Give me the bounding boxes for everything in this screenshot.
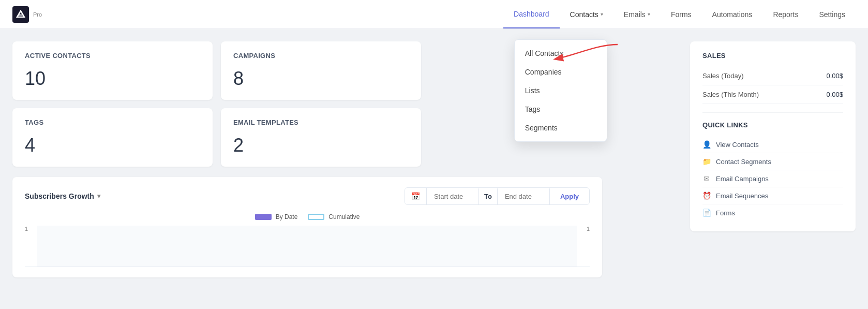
start-date-input[interactable]	[427, 188, 478, 204]
dropdown-lists[interactable]: Lists	[515, 81, 607, 100]
logo-area: Pro	[12, 6, 42, 23]
nav-reports[interactable]: Reports	[762, 0, 809, 28]
legend-bydate-box	[255, 214, 272, 220]
sales-today-row: Sales (Today) 0.00$	[702, 67, 843, 85]
nav-automations[interactable]: Automations	[702, 0, 763, 28]
svg-marker-0	[17, 11, 24, 17]
quick-link-email-campaigns[interactable]: ✉ Email Campaigns	[702, 170, 843, 187]
sidebar-divider	[702, 112, 843, 113]
legend-bydate: By Date	[255, 213, 298, 220]
growth-header: Subscribers Growth ▾ 📅 To Apply	[25, 187, 590, 205]
quick-link-forms[interactable]: 📄 Forms	[702, 204, 843, 221]
contacts-dropdown-wrapper: Contacts ▾ All Contacts Companies Lists …	[560, 10, 613, 19]
dropdown-segments[interactable]: Segments	[515, 119, 607, 137]
sales-section-title: Sales	[702, 52, 843, 60]
apply-button[interactable]: Apply	[549, 188, 589, 204]
stat-campaigns-value: 8	[233, 68, 409, 90]
document-icon: 📄	[702, 209, 711, 217]
date-filter: 📅 To Apply	[405, 187, 590, 205]
quick-link-contact-segments[interactable]: 📁 Contact Segments	[702, 153, 843, 170]
stat-tags-value: 4	[25, 135, 200, 156]
nav-contacts[interactable]: Contacts ▾	[560, 10, 613, 19]
right-sidebar: Sales Sales (Today) 0.00$ Sales (This Mo…	[690, 41, 856, 297]
nav-settings[interactable]: Settings	[809, 0, 856, 28]
emails-chevron-icon: ▾	[648, 11, 650, 17]
quick-link-view-contacts[interactable]: 👤 View Contacts	[702, 136, 843, 153]
clock-icon: ⏰	[702, 192, 711, 200]
folder-icon: 📁	[702, 157, 711, 166]
main-content: Active Contacts 10 Campaigns 8 Tags 4 Em…	[0, 29, 868, 309]
chart-y-right: 1	[587, 226, 590, 232]
stat-tags: Tags 4	[12, 108, 213, 167]
sales-today-label: Sales (Today)	[702, 72, 743, 80]
growth-chevron-icon: ▾	[97, 193, 100, 200]
quick-link-email-sequences[interactable]: ⏰ Email Sequences	[702, 187, 843, 204]
header: Pro Dashboard Contacts ▾ All Contacts Co…	[0, 0, 868, 29]
stat-active-contacts: Active Contacts 10	[12, 41, 213, 100]
date-to-label: To	[478, 188, 498, 204]
envelope-icon: ✉	[702, 174, 711, 183]
chart-legend: By Date Cumulative	[25, 213, 590, 220]
dropdown-tags[interactable]: Tags	[515, 100, 607, 119]
dropdown-all-contacts[interactable]: All Contacts	[515, 44, 607, 63]
person-icon: 👤	[702, 140, 711, 149]
growth-title[interactable]: Subscribers Growth ▾	[25, 192, 100, 200]
sales-month-value: 0.00$	[826, 91, 843, 98]
quick-links-title: Quick Links	[702, 121, 843, 129]
stat-email-templates-value: 2	[233, 135, 409, 156]
end-date-input[interactable]	[498, 188, 549, 204]
nav-emails[interactable]: Emails ▾	[613, 0, 661, 28]
stats-grid: Active Contacts 10 Campaigns 8 Tags 4 Em…	[12, 41, 421, 167]
chart-area: 1 1	[25, 226, 590, 267]
legend-cumulative-box	[308, 214, 324, 220]
quick-links-list: 👤 View Contacts 📁 Contact Segments ✉ Ema…	[702, 136, 843, 221]
calendar-icon: 📅	[405, 188, 427, 204]
stat-email-templates: Email Templates 2	[221, 108, 421, 167]
sales-month-label: Sales (This Month)	[702, 91, 759, 98]
logo-pro-label: Pro	[33, 11, 42, 18]
growth-card: Subscribers Growth ▾ 📅 To Apply By Date	[12, 177, 602, 277]
contacts-dropdown-menu: All Contacts Companies Lists Tags Segmen…	[514, 39, 607, 142]
legend-cumulative: Cumulative	[308, 213, 360, 220]
stat-active-contacts-title: Active Contacts	[25, 52, 200, 60]
sidebar-card: Sales Sales (Today) 0.00$ Sales (This Mo…	[690, 41, 856, 231]
stat-tags-title: Tags	[25, 119, 200, 126]
chart-y-left: 1	[25, 226, 28, 232]
dropdown-companies[interactable]: Companies	[515, 63, 607, 81]
stat-campaigns: Campaigns 8	[221, 41, 421, 100]
stat-email-templates-title: Email Templates	[233, 119, 409, 126]
stat-campaigns-title: Campaigns	[233, 52, 409, 60]
stat-active-contacts-value: 10	[25, 68, 200, 90]
nav-dashboard[interactable]: Dashboard	[503, 0, 560, 28]
logo-icon[interactable]	[12, 6, 29, 23]
sales-month-row: Sales (This Month) 0.00$	[702, 85, 843, 104]
sales-today-value: 0.00$	[826, 72, 843, 80]
chart-line	[37, 226, 577, 267]
main-nav: Dashboard Contacts ▾ All Contacts Compan…	[503, 0, 856, 28]
nav-forms[interactable]: Forms	[661, 0, 702, 28]
contacts-chevron-icon: ▾	[601, 11, 603, 17]
